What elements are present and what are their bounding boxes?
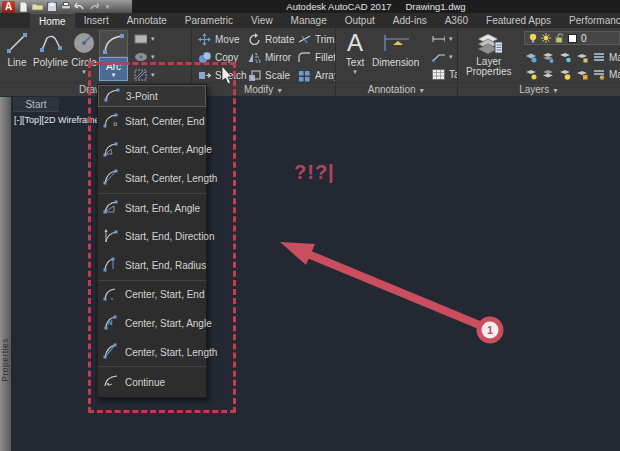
text-label: Text <box>346 57 364 68</box>
circle-icon <box>71 30 97 56</box>
layer-properties-label: Layer Properties <box>466 57 512 77</box>
menu-item-center-start-end[interactable]: Center, Start, End <box>98 281 206 310</box>
tab-performance[interactable]: Performance <box>560 13 620 28</box>
menu-item-start-end-direction[interactable]: Start, End, Direction <box>98 222 206 251</box>
copy-icon <box>198 51 211 64</box>
layer-tool-icon[interactable] <box>541 51 554 64</box>
rotate-button[interactable]: Rotate <box>248 31 298 48</box>
window-title: Autodesk AutoCAD 2017Drawing1.dwg <box>132 1 620 12</box>
draw-extra-tools: ▾ ▾ ▾ <box>134 31 155 82</box>
table-tool[interactable]: Table <box>432 67 458 82</box>
make-current-label[interactable]: Make Cu <box>609 52 620 63</box>
menu-item-start-center-end[interactable]: Start, Center, End <box>98 107 206 136</box>
rectangle-caret-icon: ▾ <box>151 36 155 42</box>
arc-caret-icon: ▾ <box>112 72 116 78</box>
dimension-label: Dimension <box>372 57 419 68</box>
arc-variant-icon <box>103 169 119 187</box>
line-icon <box>4 30 30 56</box>
arc-button[interactable]: Arc ▾ <box>98 30 129 81</box>
layer-combo[interactable]: 0 <box>524 31 620 45</box>
layer-tool-icon[interactable] <box>541 68 554 81</box>
autocad-logo[interactable]: A <box>2 1 15 13</box>
tab-a360[interactable]: A360 <box>436 13 477 28</box>
unlock-icon <box>555 32 564 45</box>
modify-panel-label[interactable]: Modify ▼ <box>192 82 335 96</box>
undo-icon[interactable] <box>74 2 85 12</box>
text-button[interactable]: A Text ▾ <box>342 30 368 75</box>
tab-output[interactable]: Output <box>336 13 384 28</box>
rectangle-icon <box>134 32 147 45</box>
annotation-panel-label[interactable]: Annotation ▼ <box>336 82 457 96</box>
mirror-button[interactable]: Mirror <box>248 49 298 66</box>
dimension-button[interactable]: Dimension <box>372 30 419 68</box>
dim-style-tool[interactable]: ▾ <box>432 31 458 46</box>
arc-icon <box>99 30 128 57</box>
save-icon[interactable] <box>46 2 57 12</box>
panel-layers: Layer Properties 0 Ma <box>458 28 620 96</box>
tab-parametric[interactable]: Parametric <box>176 13 242 28</box>
layer-tool-icon[interactable] <box>524 51 537 64</box>
properties-palette-strip[interactable]: Properties <box>0 97 11 451</box>
leader-icon <box>432 50 445 63</box>
new-file-icon[interactable] <box>18 2 29 12</box>
tab-featured-apps[interactable]: Featured Apps <box>477 13 560 28</box>
redo-icon[interactable] <box>88 2 99 12</box>
menu-item-start-center-length[interactable]: Start, Center, Length <box>98 164 206 193</box>
arc-split-button[interactable]: Arc ▾ <box>99 57 128 81</box>
layer-tool-icon[interactable] <box>558 68 571 81</box>
annotation-panel-caret-icon: ▼ <box>418 87 425 94</box>
properties-palette-label: Properties <box>0 338 11 382</box>
app-title: Autodesk AutoCAD 2017 <box>286 1 391 12</box>
menu-item-center-start-length[interactable]: Center, Start, Length <box>98 338 206 367</box>
stretch-icon <box>198 69 211 82</box>
ribbon: Line Polyline Circle ▾ Arc ▾ <box>0 28 620 96</box>
text-caret-icon: ▾ <box>353 69 357 75</box>
polyline-button[interactable]: Polyline <box>33 30 68 68</box>
plot-icon[interactable] <box>60 2 71 12</box>
move-button[interactable]: Move <box>198 31 248 48</box>
line-button[interactable]: Line <box>4 30 30 68</box>
tab-manage[interactable]: Manage <box>282 13 336 28</box>
layer-tool-icon[interactable] <box>575 68 588 81</box>
tab-add-ins[interactable]: Add-ins <box>384 13 436 28</box>
menu-item-center-start-angle[interactable]: N Center, Start, Angle <box>98 309 206 338</box>
customize-caret-icon[interactable]: ▾ <box>102 2 113 12</box>
layers-panel-label[interactable]: Layers ▼ <box>458 82 620 96</box>
menu-item-start-center-angle[interactable]: Start, Center, Angle <box>98 136 206 165</box>
hatch-tool[interactable]: ▾ <box>134 67 155 82</box>
tab-home[interactable]: Home <box>30 13 75 28</box>
layer-tool-icon[interactable] <box>558 51 571 64</box>
ellipse-caret-icon: ▾ <box>151 54 155 60</box>
layers-panel-caret-icon: ▼ <box>552 87 559 94</box>
drawing-area[interactable]: Properties Start [-][Top][2D Wireframe] <box>0 97 620 451</box>
rectangle-tool[interactable]: ▾ <box>134 31 155 46</box>
menu-item-3-point[interactable]: 3-Point <box>98 85 206 107</box>
panel-modify: Move Rotate Trim ▾ Copy Mirror <box>192 28 336 96</box>
make-current-icon <box>592 51 605 64</box>
layer-tool-icon[interactable] <box>524 68 537 81</box>
mirror-icon <box>248 51 261 64</box>
open-folder-icon[interactable] <box>32 2 43 12</box>
arc-variant-icon <box>103 141 119 159</box>
menu-item-start-end-angle[interactable]: Start, End, Angle <box>98 194 206 223</box>
layer-tool-icon[interactable] <box>575 51 588 64</box>
layer-properties-button[interactable]: Layer Properties <box>466 30 512 77</box>
ellipse-tool[interactable]: ▾ <box>134 49 155 64</box>
ribbon-tab-bar: Home Insert Annotate Parametric View Man… <box>0 13 620 28</box>
copy-button[interactable]: Copy <box>198 49 248 66</box>
tab-insert[interactable]: Insert <box>75 13 118 28</box>
viewport-controls[interactable]: [-][Top][2D Wireframe] <box>14 115 102 125</box>
menu-item-continue[interactable]: Continue <box>98 367 206 397</box>
layer-properties-icon <box>476 30 502 56</box>
trim-button[interactable]: Trim ▾ <box>298 31 336 48</box>
leader-tool[interactable]: ▾ <box>432 49 458 64</box>
tab-view[interactable]: View <box>242 13 282 28</box>
tab-annotate[interactable]: Annotate <box>118 13 176 28</box>
fillet-button[interactable]: Fillet ▾ <box>298 49 336 66</box>
match-layer-label[interactable]: Match La <box>609 69 620 80</box>
menu-item-start-end-radius[interactable]: Start, End, Radius <box>98 251 206 280</box>
start-tab[interactable]: Start <box>13 97 59 112</box>
quick-access-toolbar: A ▾ <box>0 0 132 13</box>
leader-caret-icon: ▾ <box>449 54 453 60</box>
circle-button[interactable]: Circle ▾ <box>71 30 97 75</box>
